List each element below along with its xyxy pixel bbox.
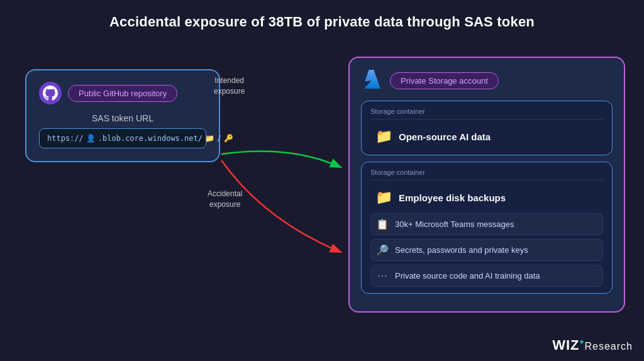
accidental-label: Accidentalexposure [208, 189, 242, 210]
azure-box: Private Storage account Storage containe… [348, 57, 625, 313]
key-search-icon: 🔎 [376, 244, 389, 256]
wiz-text: WIZ [552, 337, 579, 353]
wiz-research: Research [585, 341, 633, 352]
github-header: Public GitHub repository [39, 82, 206, 104]
slash: / [217, 134, 221, 143]
github-label: Public GitHub repository [68, 85, 177, 102]
container1-label: Storage container [370, 108, 603, 119]
intended-label: Intendedexposure [214, 75, 245, 97]
code-item: ⋯ Private source code and AI training da… [370, 265, 603, 287]
azure-icon [361, 69, 384, 92]
folder-icon-2: 📁 [375, 189, 392, 206]
container2-label: Storage container [370, 169, 603, 181]
sas-token-label: SAS token URL [39, 113, 206, 123]
secrets-item: 🔎 Secrets, passwords and private keys [370, 239, 603, 261]
folder-icon-inline: 📁 [205, 134, 214, 143]
teams-icon: 📋 [376, 218, 389, 230]
container1-item-text: Open-source AI data [399, 131, 491, 142]
github-icon [39, 82, 62, 104]
container1-item: 📁 Open-source AI data [370, 125, 603, 148]
sas-url-domain: .blob.core.windows.net/ [98, 134, 203, 143]
sas-url-box: https:// 👤 .blob.core.windows.net/ 📁 / 🔑 [39, 128, 206, 148]
sas-url-text: https:// [47, 134, 84, 143]
code-icon: ⋯ [376, 270, 389, 282]
azure-label: Private Storage account [390, 72, 499, 89]
azure-header: Private Storage account [361, 69, 613, 92]
teams-text: 30k+ Microsoft Teams messages [395, 219, 514, 229]
secrets-text: Secrets, passwords and private keys [395, 245, 528, 255]
github-box: Public GitHub repository SAS token URL h… [25, 69, 220, 162]
storage-container-2: Storage container 📁 Employee disk backup… [361, 162, 613, 294]
code-text: Private source code and AI training data [395, 271, 540, 280]
container2-main-item: 📁 Employee disk backups [370, 186, 603, 209]
wiz-plus: + [580, 338, 585, 347]
folder-icon-1: 📁 [375, 128, 392, 145]
user-icon: 👤 [86, 134, 96, 143]
container2-main-text: Employee disk backups [399, 192, 506, 203]
storage-container-1: Storage container 📁 Open-source AI data [361, 101, 613, 155]
page-title: Accidental exposure of 38TB of private d… [0, 0, 644, 30]
key-icon: 🔑 [224, 134, 233, 143]
teams-item: 📋 30k+ Microsoft Teams messages [370, 213, 603, 235]
wiz-logo: WIZ+Research [552, 337, 633, 353]
